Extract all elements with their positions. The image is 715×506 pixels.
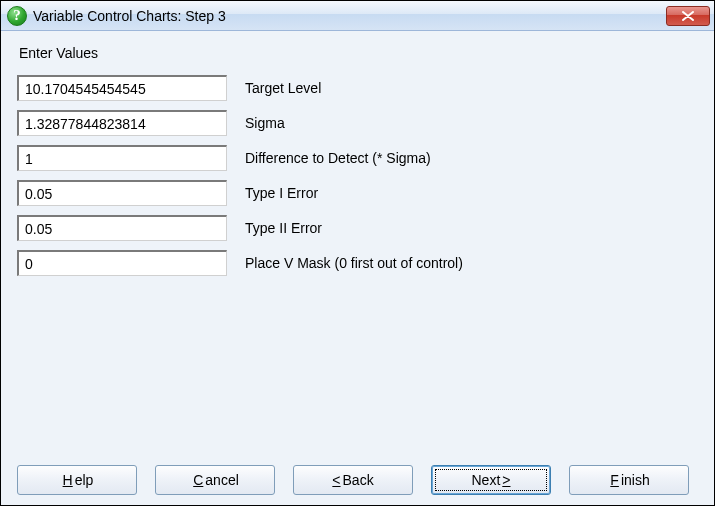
back-button[interactable]: < Back (293, 465, 413, 495)
type1-label: Type I Error (245, 185, 318, 201)
target-level-input[interactable] (17, 75, 227, 101)
cancel-button[interactable]: Cancel (155, 465, 275, 495)
form: Target Level Sigma Difference to Detect … (17, 75, 698, 276)
row-sigma: Sigma (17, 110, 698, 136)
help-button[interactable]: Help (17, 465, 137, 495)
button-bar: Help Cancel < Back Next > Finish (17, 453, 698, 495)
help-icon: ? (7, 6, 27, 26)
row-target-level: Target Level (17, 75, 698, 101)
type2-input[interactable] (17, 215, 227, 241)
row-vmask: Place V Mask (0 first out of control) (17, 250, 698, 276)
vmask-input[interactable] (17, 250, 227, 276)
close-icon (682, 11, 694, 21)
target-level-label: Target Level (245, 80, 321, 96)
next-button[interactable]: Next > (431, 465, 551, 495)
row-type2: Type II Error (17, 215, 698, 241)
type2-label: Type II Error (245, 220, 322, 236)
client-area: Enter Values Target Level Sigma Differen… (1, 31, 714, 505)
row-diff: Difference to Detect (* Sigma) (17, 145, 698, 171)
row-type1: Type I Error (17, 180, 698, 206)
dialog-window: ? Variable Control Charts: Step 3 Enter … (0, 0, 715, 506)
instruction-text: Enter Values (19, 45, 698, 61)
close-button[interactable] (666, 6, 710, 26)
sigma-input[interactable] (17, 110, 227, 136)
finish-button[interactable]: Finish (569, 465, 689, 495)
type1-input[interactable] (17, 180, 227, 206)
difference-label: Difference to Detect (* Sigma) (245, 150, 431, 166)
vmask-label: Place V Mask (0 first out of control) (245, 255, 463, 271)
window-title: Variable Control Charts: Step 3 (33, 8, 666, 24)
title-bar: ? Variable Control Charts: Step 3 (1, 1, 714, 31)
sigma-label: Sigma (245, 115, 285, 131)
difference-input[interactable] (17, 145, 227, 171)
